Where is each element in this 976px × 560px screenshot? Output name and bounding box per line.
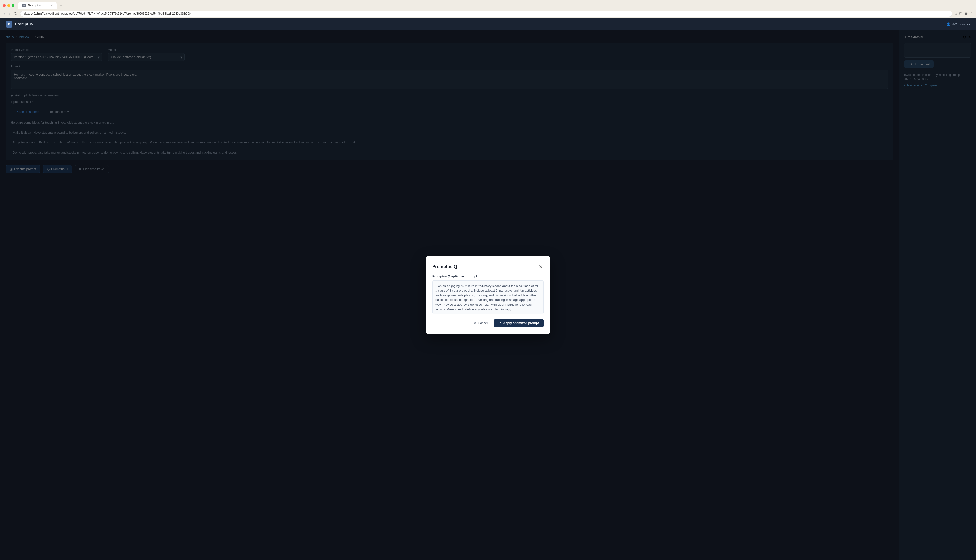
app-wrapper: P Promptus 👤 JWThewes ▾ Home › Project ›…: [0, 18, 976, 560]
new-tab-button[interactable]: +: [58, 2, 64, 9]
user-name[interactable]: JWThewes ▾: [952, 22, 970, 26]
app-logo: P Promptus: [6, 21, 33, 28]
forward-button[interactable]: ›: [8, 10, 11, 17]
back-button[interactable]: ‹: [3, 10, 6, 17]
app-name: Promptus: [15, 22, 33, 27]
browser-tab[interactable]: P Promptus ✕: [18, 2, 57, 9]
minimize-traffic-light[interactable]: [7, 4, 10, 7]
browser-nav: ‹ › ↻ dpze145z3mz7o.cloudfront.net/proje…: [0, 9, 976, 18]
app-content: Home › Project › Prompt Prompt version V…: [0, 30, 976, 560]
reload-button[interactable]: ↻: [13, 10, 18, 17]
maximize-traffic-light[interactable]: [12, 4, 14, 7]
header-right: 👤 JWThewes ▾: [946, 22, 970, 26]
bookmark-icon[interactable]: ☆: [954, 12, 957, 16]
address-bar[interactable]: dpze145z3mz7o.cloudfront.net/project/eb7…: [20, 10, 952, 17]
modal-close-button[interactable]: ✕: [538, 263, 544, 271]
apply-label: Apply optimized prompt: [503, 321, 539, 325]
modal-cancel-button[interactable]: ✕ Cancel: [470, 319, 491, 327]
modal-overlay: Promptus Q ✕ Promptus Q optimized prompt…: [0, 30, 976, 560]
modal-header: Promptus Q ✕: [432, 263, 544, 271]
modal-footer: ✕ Cancel ✓ Apply optimized prompt: [432, 319, 544, 327]
cancel-label: Cancel: [478, 321, 488, 325]
extension-icon[interactable]: ⬚: [959, 12, 963, 16]
apply-check-icon: ✓: [499, 321, 502, 325]
url-text: dpze145z3mz7o.cloudfront.net/project/eb7…: [24, 12, 191, 15]
app-header: P Promptus 👤 JWThewes ▾: [0, 18, 976, 30]
tab-bar: P Promptus ✕ +: [0, 0, 976, 9]
modal-title: Promptus Q: [432, 264, 457, 269]
tab-close-button[interactable]: ✕: [51, 4, 53, 7]
nav-icons: ☆ ⬚ ◉ ⋮: [954, 12, 973, 16]
tab-favicon: P: [22, 3, 26, 7]
modal-apply-button[interactable]: ✓ Apply optimized prompt: [494, 319, 544, 327]
modal-optimized-prompt-textarea[interactable]: Plan an engaging 45 minute introductory …: [432, 280, 544, 314]
cancel-icon: ✕: [474, 321, 476, 325]
traffic-lights: [3, 4, 14, 7]
user-icon: 👤: [946, 22, 950, 26]
profile-icon[interactable]: ◉: [964, 12, 968, 16]
promptus-q-modal: Promptus Q ✕ Promptus Q optimized prompt…: [426, 256, 550, 334]
close-traffic-light[interactable]: [3, 4, 6, 7]
modal-subtitle: Promptus Q optimized prompt: [432, 275, 544, 278]
logo-icon: P: [6, 21, 12, 28]
browser-chrome: P Promptus ✕ + ‹ › ↻ dpze145z3mz7o.cloud…: [0, 0, 976, 18]
menu-icon[interactable]: ⋮: [969, 12, 973, 16]
tab-label: Promptus: [28, 3, 41, 7]
